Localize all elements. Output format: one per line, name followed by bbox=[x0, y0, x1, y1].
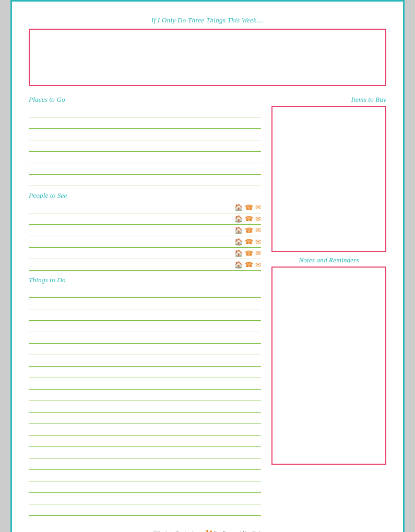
things-to-do-lines bbox=[29, 286, 261, 516]
home-icon: 🏠 bbox=[234, 204, 243, 211]
people-row[interactable]: 🏠 ☎ ✉ bbox=[29, 236, 261, 248]
line[interactable] bbox=[29, 140, 261, 152]
home-icon: 🏠 bbox=[234, 227, 243, 234]
people-row[interactable]: 🏠 ☎ ✉ bbox=[29, 202, 261, 213]
notes-and-reminders-heading: Notes and Reminders bbox=[271, 256, 386, 264]
people-row[interactable]: 🏠 ☎ ✉ bbox=[29, 225, 261, 236]
people-icons: 🏠 ☎ ✉ bbox=[231, 204, 261, 211]
line[interactable] bbox=[29, 424, 261, 436]
people-to-see-section: People to See 🏠 ☎ ✉ 🏠 ☎ ✉ bbox=[29, 191, 261, 271]
mail-icon: ✉ bbox=[255, 215, 261, 222]
things-to-do-heading: Things to Do bbox=[29, 276, 261, 284]
places-to-go-heading: Places to Go bbox=[29, 95, 261, 104]
places-to-go-lines bbox=[29, 106, 261, 186]
people-icons: 🏠 ☎ ✉ bbox=[231, 261, 261, 268]
line[interactable] bbox=[29, 129, 261, 140]
line[interactable] bbox=[29, 106, 261, 117]
line[interactable] bbox=[29, 447, 261, 458]
line[interactable] bbox=[29, 458, 261, 470]
footer: ©ScatteredSquirrel.com 🐿 For Personal Us… bbox=[29, 528, 386, 532]
line[interactable] bbox=[29, 481, 261, 493]
mail-icon: ✉ bbox=[255, 261, 261, 268]
people-icons: 🏠 ☎ ✉ bbox=[231, 250, 261, 257]
line[interactable] bbox=[29, 470, 261, 481]
footer-note: For Personal Use Only bbox=[213, 530, 262, 532]
line[interactable] bbox=[29, 117, 261, 129]
main-area: Places to Go People to See 🏠 ☎ ✉ bbox=[29, 95, 386, 521]
line[interactable] bbox=[29, 436, 261, 447]
weekly-planner-page: If I Only Do Three Things This Week.... … bbox=[10, 0, 405, 532]
home-icon: 🏠 bbox=[234, 215, 243, 222]
people-to-see-heading: People to See bbox=[29, 191, 261, 200]
line[interactable] bbox=[29, 378, 261, 390]
mail-icon: ✉ bbox=[255, 250, 261, 257]
line[interactable] bbox=[29, 286, 261, 298]
line[interactable] bbox=[29, 163, 261, 175]
mail-icon: ✉ bbox=[255, 204, 261, 211]
line[interactable] bbox=[29, 401, 261, 413]
phone-icon: ☎ bbox=[245, 204, 253, 211]
mail-icon: ✉ bbox=[255, 238, 261, 245]
people-icons: 🏠 ☎ ✉ bbox=[231, 238, 261, 245]
things-to-do-section: Things to Do bbox=[29, 276, 261, 516]
people-row[interactable]: 🏠 ☎ ✉ bbox=[29, 213, 261, 225]
squirrel-icon: 🐿 bbox=[205, 528, 213, 532]
items-to-buy-heading: Items to Buy bbox=[271, 95, 386, 104]
three-things-box[interactable] bbox=[29, 29, 386, 86]
right-column: Items to Buy Notes and Reminders bbox=[271, 95, 386, 521]
line[interactable] bbox=[29, 344, 261, 355]
line[interactable] bbox=[29, 152, 261, 163]
mail-icon: ✉ bbox=[255, 227, 261, 234]
people-icons: 🏠 ☎ ✉ bbox=[231, 215, 261, 222]
line[interactable] bbox=[29, 298, 261, 309]
line[interactable] bbox=[29, 175, 261, 186]
home-icon: 🏠 bbox=[234, 261, 243, 268]
line[interactable] bbox=[29, 390, 261, 401]
notes-box[interactable] bbox=[271, 267, 386, 465]
left-column: Places to Go People to See 🏠 ☎ ✉ bbox=[29, 95, 261, 521]
line[interactable] bbox=[29, 332, 261, 344]
phone-icon: ☎ bbox=[245, 227, 253, 234]
phone-icon: ☎ bbox=[245, 250, 253, 257]
home-icon: 🏠 bbox=[234, 250, 243, 257]
phone-icon: ☎ bbox=[245, 238, 253, 245]
items-to-buy-box[interactable] bbox=[271, 106, 386, 252]
line[interactable] bbox=[29, 493, 261, 504]
line[interactable] bbox=[29, 367, 261, 378]
line[interactable] bbox=[29, 504, 261, 516]
line[interactable] bbox=[29, 355, 261, 367]
top-header: If I Only Do Three Things This Week.... bbox=[29, 16, 386, 25]
people-row[interactable]: 🏠 ☎ ✉ bbox=[29, 248, 261, 259]
home-icon: 🏠 bbox=[234, 238, 243, 245]
phone-icon: ☎ bbox=[245, 215, 253, 222]
line[interactable] bbox=[29, 321, 261, 332]
footer-text: ©ScatteredSquirrel.com bbox=[153, 530, 204, 532]
line[interactable] bbox=[29, 309, 261, 321]
line[interactable] bbox=[29, 413, 261, 424]
people-icons: 🏠 ☎ ✉ bbox=[231, 227, 261, 234]
phone-icon: ☎ bbox=[245, 261, 253, 268]
people-row[interactable]: 🏠 ☎ ✉ bbox=[29, 259, 261, 271]
